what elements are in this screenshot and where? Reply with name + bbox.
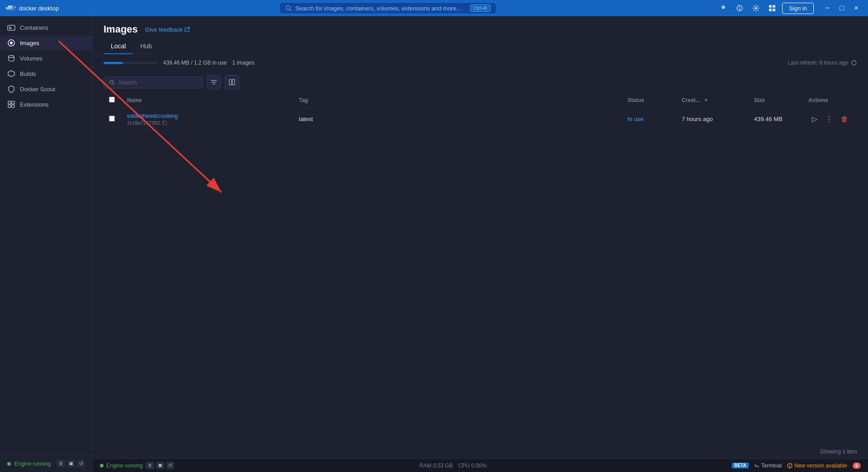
image-name-link[interactable]: eddietheed/cooking: [127, 112, 178, 119]
search-input[interactable]: [118, 79, 197, 86]
grid-icon[interactable]: [766, 2, 778, 14]
feedback-link[interactable]: Give feedback: [145, 26, 190, 33]
status-in-use[interactable]: In use: [627, 116, 643, 122]
showing-count: Showing 1 item: [820, 449, 857, 455]
tab-hub[interactable]: Hub: [133, 39, 159, 54]
engine-status-bar: Engine running ⏸ ⏹ ↺: [0, 455, 92, 472]
settings-icon[interactable]: [750, 2, 762, 14]
svg-rect-26: [232, 79, 235, 85]
columns-icon: [229, 79, 235, 85]
titlebar: docker desktop Search for images, contai…: [0, 0, 868, 16]
svg-rect-25: [229, 79, 231, 85]
refresh-icon[interactable]: [851, 60, 857, 66]
engine-restart-btn[interactable]: ↺: [77, 460, 85, 467]
row-tag-cell: latest: [293, 108, 622, 131]
terminal-icon: [754, 463, 760, 468]
table-header: Name Tag Status Creat... ▼ Size Actions: [104, 93, 857, 108]
engine-pause-btn[interactable]: ⏸: [57, 460, 65, 467]
new-version-notice[interactable]: New version available: [787, 463, 847, 469]
statusbar-stop-btn[interactable]: ⏹: [156, 462, 165, 469]
tab-local[interactable]: Local: [104, 39, 133, 54]
sort-arrow-icon: ▼: [703, 97, 709, 103]
run-button[interactable]: ▷: [808, 113, 821, 125]
svg-rect-21: [8, 105, 11, 107]
images-icon: [7, 39, 15, 47]
showing-count-row: Showing 1 item: [93, 444, 868, 458]
cpu-label: CPU 0.00%: [458, 463, 487, 469]
new-version-label: New version available: [794, 463, 847, 469]
engine-status-label: Engine running: [14, 461, 51, 467]
svg-rect-4: [10, 6, 12, 7]
sidebar-nav: Containers Images Volume: [0, 16, 92, 455]
page-title: Images: [104, 23, 138, 35]
th-status[interactable]: Status: [622, 93, 676, 108]
sidebar-item-containers[interactable]: Containers: [0, 20, 92, 35]
search-input-wrap[interactable]: [104, 76, 203, 89]
statusbar-engine: Engine running ⏸ ⏹ ↺: [100, 462, 174, 469]
extensions-icon: [7, 100, 15, 108]
sidebar-item-builds[interactable]: Builds: [0, 66, 92, 81]
th-created[interactable]: Creat... ▼: [676, 93, 749, 108]
more-options-button[interactable]: ⋮: [822, 113, 836, 125]
close-button[interactable]: ×: [850, 2, 863, 14]
copy-icon[interactable]: [162, 120, 167, 126]
select-all-checkbox[interactable]: [109, 97, 115, 103]
engine-status-dot: [7, 462, 11, 466]
th-tag[interactable]: Tag: [293, 93, 622, 108]
maximize-button[interactable]: □: [835, 2, 848, 14]
actions-cell: ▷ ⋮ 🗑: [808, 113, 852, 125]
containers-icon: [7, 23, 15, 32]
storage-text: 439.46 MB / 1.2 GB in use: [163, 60, 227, 66]
delete-button[interactable]: 🗑: [837, 113, 852, 125]
sidebar-item-images[interactable]: Images: [0, 35, 92, 51]
engine-stop-btn[interactable]: ⏹: [67, 460, 75, 467]
terminal-button[interactable]: Terminal: [754, 463, 782, 469]
main-panel: Images Give feedback Local Hub: [93, 16, 868, 472]
statusbar: Engine running ⏸ ⏹ ↺ RAM 0.53 GB CPU 0.0…: [93, 458, 868, 472]
th-select-all[interactable]: [104, 93, 122, 108]
filter-button[interactable]: [207, 75, 221, 89]
svg-rect-13: [8, 25, 15, 30]
scout-label: Docker Scout: [20, 86, 55, 93]
svg-rect-1: [8, 7, 10, 9]
search-kbd: Ctrl+K: [470, 5, 491, 12]
search-input-icon: [109, 79, 115, 85]
svg-rect-12: [773, 9, 775, 11]
row-status-cell: In use: [622, 108, 676, 131]
sidebar-item-volumes[interactable]: Volumes: [0, 51, 92, 66]
svg-rect-3: [8, 6, 10, 7]
images-count: 1 images: [232, 60, 255, 66]
svg-rect-0: [6, 7, 8, 9]
sidebar-item-docker-scout[interactable]: Docker Scout: [0, 81, 92, 97]
volumes-icon: [7, 54, 15, 62]
th-name[interactable]: Name: [122, 93, 293, 108]
minimize-button[interactable]: −: [821, 2, 834, 14]
storage-progress-bar: [104, 62, 158, 64]
external-link-icon: [184, 27, 190, 32]
svg-rect-27: [163, 122, 166, 125]
titlebar-right: Sign in − □ ×: [717, 2, 863, 14]
svg-line-6: [290, 9, 292, 11]
notification-badge[interactable]: 6: [853, 463, 861, 469]
th-actions[interactable]: Actions: [803, 93, 857, 108]
global-search-bar[interactable]: Search for images, containers, volumes, …: [279, 2, 496, 14]
svg-point-17: [10, 42, 13, 44]
app-title: docker desktop: [19, 5, 59, 12]
sidebar-item-extensions[interactable]: Extensions: [0, 97, 92, 112]
row-size-cell: 439.46 MB: [749, 108, 803, 131]
row-checkbox[interactable]: [109, 116, 115, 122]
svg-rect-22: [12, 105, 14, 107]
ram-label: RAM 0.53 GB: [420, 463, 453, 469]
svg-rect-2: [10, 7, 12, 9]
learn-icon[interactable]: [733, 2, 746, 14]
scout-icon: [7, 85, 15, 93]
statusbar-engine-controls: ⏸ ⏹ ↺: [146, 462, 174, 469]
sign-in-button[interactable]: Sign in: [782, 3, 814, 14]
builds-label: Builds: [20, 70, 36, 77]
extensions-icon[interactable]: [717, 2, 730, 14]
statusbar-restart-btn[interactable]: ↺: [166, 462, 174, 469]
row-actions-cell: ▷ ⋮ 🗑: [803, 108, 857, 131]
view-toggle-button[interactable]: [225, 75, 239, 89]
th-size[interactable]: Size: [749, 93, 803, 108]
statusbar-pause-btn[interactable]: ⏸: [146, 462, 154, 469]
